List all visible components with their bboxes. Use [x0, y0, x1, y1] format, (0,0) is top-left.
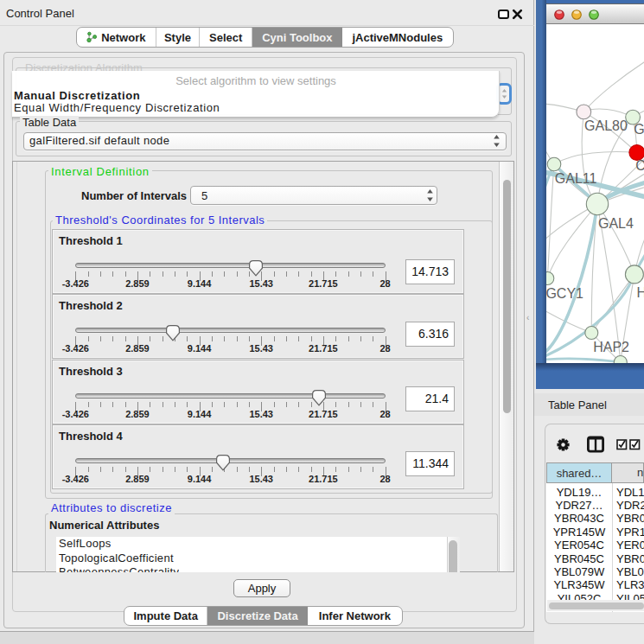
svg-text:GAL80: GAL80	[584, 118, 628, 133]
svg-text:GAL11: GAL11	[555, 171, 597, 186]
svg-text:GAL4: GAL4	[598, 216, 634, 231]
svg-text:HAP2: HAP2	[593, 340, 629, 354]
svg-text:H: H	[636, 285, 644, 300]
svg-text:GA: GA	[634, 122, 644, 137]
svg-text:C: C	[635, 158, 644, 173]
svg-text:GCY1: GCY1	[546, 286, 583, 301]
